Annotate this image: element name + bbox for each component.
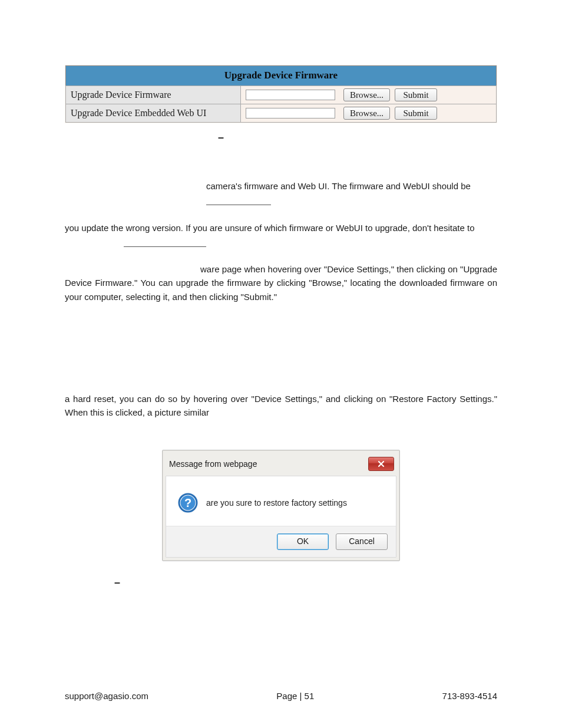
dialog-message: are you sure to restore factory settings [206,498,347,508]
firmware-row: Upgrade Device Firmware Browse... Submit [66,86,497,104]
page-footer: support@agasio.com Page | 51 713-893-451… [65,691,497,701]
webui-file-input[interactable] [246,108,335,118]
footer-email: support@agasio.com [65,691,148,701]
firmware-upgrade-panel: Upgrade Device Firmware Upgrade Device F… [65,65,497,123]
firmware-row-label: Upgrade Device Firmware [66,86,241,104]
paragraph-3: ware page when hovering over "Device Set… [65,264,497,302]
webui-row: Upgrade Device Embedded Web UI Browse...… [66,104,497,123]
browse-button[interactable]: Browse... [343,107,390,120]
browse-button[interactable]: Browse... [343,88,390,101]
dash-separator: – [218,131,497,144]
cancel-button[interactable]: Cancel [336,533,388,550]
firmware-file-input[interactable] [246,90,335,100]
footer-page-number: Page | 51 [276,691,314,701]
dialog-title: Message from webpage [169,459,257,469]
question-icon: ? [178,493,198,513]
blank-line [206,196,271,205]
paragraph-4: a hard reset, you can do so by hovering … [65,392,497,420]
svg-text:?: ? [184,496,191,509]
paragraph-1: camera's firmware and Web UI. The firmwa… [206,181,471,191]
firmware-panel-title: Upgrade Device Firmware [65,65,497,85]
blank-line [124,238,206,247]
submit-button[interactable]: Submit [395,107,437,120]
footer-phone: 713-893-4514 [442,691,497,701]
dash-separator: – [114,577,497,589]
close-icon[interactable] [368,457,394,471]
body-text-block: camera's firmware and Web UI. The firmwa… [65,179,497,419]
paragraph-2: you update the wrong version. If you are… [65,221,497,235]
submit-button[interactable]: Submit [395,88,437,101]
webui-row-label: Upgrade Device Embedded Web UI [66,104,241,123]
confirm-dialog: Message from webpage ? are you sure to r… [162,450,400,561]
ok-button[interactable]: OK [277,533,329,550]
